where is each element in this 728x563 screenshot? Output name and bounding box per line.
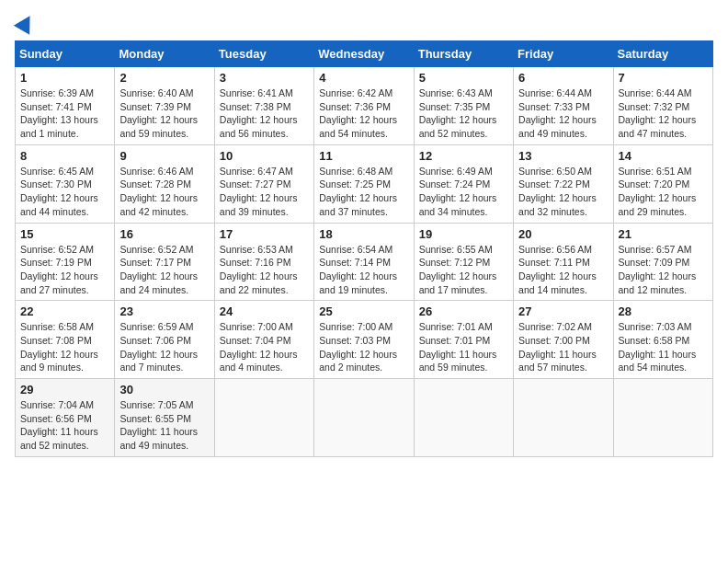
daylight-label: Daylight: 11 hours and 59 minutes. (419, 349, 497, 373)
sunrise-label: Sunrise: 6:42 AM (319, 87, 392, 98)
day-number: 11 (319, 149, 408, 163)
sunset-label: Sunset: 7:27 PM (220, 178, 291, 190)
calendar-cell: 8 Sunrise: 6:45 AM Sunset: 7:30 PM Dayli… (16, 144, 115, 223)
day-number: 24 (220, 304, 309, 318)
sunset-label: Sunset: 7:04 PM (220, 335, 291, 346)
page-header (15, 15, 713, 31)
calendar-cell: 21 Sunrise: 6:57 AM Sunset: 7:09 PM Dayl… (613, 223, 712, 301)
sunset-label: Sunset: 7:32 PM (619, 101, 690, 112)
daylight-label: Daylight: 12 hours and 56 minutes. (220, 114, 298, 139)
day-number: 2 (119, 71, 209, 85)
sunrise-label: Sunrise: 6:55 AM (419, 244, 493, 255)
daylight-label: Daylight: 12 hours and 52 minutes. (419, 114, 497, 139)
sunset-label: Sunset: 7:33 PM (518, 101, 590, 112)
day-info: Sunrise: 6:58 AM Sunset: 7:08 PM Dayligh… (20, 320, 109, 374)
col-header-wednesday: Wednesday (314, 41, 414, 67)
day-info: Sunrise: 6:57 AM Sunset: 7:09 PM Dayligh… (619, 243, 708, 297)
sunset-label: Sunset: 7:09 PM (619, 257, 690, 268)
daylight-label: Daylight: 12 hours and 14 minutes. (518, 270, 597, 295)
sunset-label: Sunset: 7:39 PM (119, 101, 191, 112)
calendar-cell: 17 Sunrise: 6:53 AM Sunset: 7:16 PM Dayl… (214, 223, 313, 301)
sunset-label: Sunset: 7:36 PM (319, 101, 391, 112)
sunset-label: Sunset: 7:19 PM (20, 257, 92, 268)
col-header-thursday: Thursday (414, 41, 513, 67)
calendar-cell: 24 Sunrise: 7:00 AM Sunset: 7:04 PM Dayl… (214, 301, 313, 379)
daylight-label: Daylight: 12 hours and 47 minutes. (619, 114, 697, 139)
day-info: Sunrise: 7:00 AM Sunset: 7:03 PM Dayligh… (319, 320, 408, 374)
sunrise-label: Sunrise: 6:49 AM (419, 166, 493, 177)
calendar-cell: 14 Sunrise: 6:51 AM Sunset: 7:20 PM Dayl… (613, 144, 712, 223)
day-number: 8 (20, 149, 109, 163)
sunrise-label: Sunrise: 7:00 AM (319, 321, 392, 332)
sunrise-label: Sunrise: 6:43 AM (419, 87, 493, 98)
daylight-label: Daylight: 12 hours and 17 minutes. (419, 270, 497, 295)
sunset-label: Sunset: 7:25 PM (319, 178, 391, 190)
sunrise-label: Sunrise: 6:40 AM (119, 87, 193, 98)
day-info: Sunrise: 6:39 AM Sunset: 7:41 PM Dayligh… (20, 86, 109, 141)
daylight-label: Daylight: 12 hours and 39 minutes. (220, 192, 298, 217)
daylight-label: Daylight: 12 hours and 37 minutes. (319, 192, 397, 217)
calendar-table: SundayMondayTuesdayWednesdayThursdayFrid… (15, 40, 713, 457)
day-number: 16 (119, 227, 209, 241)
col-header-monday: Monday (115, 41, 214, 67)
calendar-cell: 25 Sunrise: 7:00 AM Sunset: 7:03 PM Dayl… (314, 301, 414, 379)
sunset-label: Sunset: 7:30 PM (20, 178, 92, 190)
daylight-label: Daylight: 12 hours and 9 minutes. (20, 349, 98, 373)
calendar-cell: 12 Sunrise: 6:49 AM Sunset: 7:24 PM Dayl… (414, 144, 513, 223)
sunrise-label: Sunrise: 6:52 AM (20, 244, 94, 255)
day-info: Sunrise: 6:50 AM Sunset: 7:22 PM Dayligh… (518, 165, 608, 219)
sunrise-label: Sunrise: 6:53 AM (220, 244, 293, 255)
calendar-cell: 7 Sunrise: 6:44 AM Sunset: 7:32 PM Dayli… (613, 67, 712, 145)
logo-triangle-icon (14, 11, 38, 35)
day-info: Sunrise: 6:54 AM Sunset: 7:14 PM Dayligh… (319, 243, 408, 297)
day-info: Sunrise: 7:03 AM Sunset: 6:58 PM Dayligh… (619, 320, 708, 374)
sunset-label: Sunset: 7:38 PM (220, 101, 291, 112)
calendar-cell: 16 Sunrise: 6:52 AM Sunset: 7:17 PM Dayl… (115, 223, 214, 301)
sunset-label: Sunset: 7:01 PM (419, 335, 491, 346)
sunrise-label: Sunrise: 6:39 AM (20, 87, 94, 98)
calendar-cell: 9 Sunrise: 6:46 AM Sunset: 7:28 PM Dayli… (115, 144, 214, 223)
daylight-label: Daylight: 12 hours and 54 minutes. (319, 114, 397, 139)
sunrise-label: Sunrise: 6:54 AM (319, 244, 392, 255)
sunrise-label: Sunrise: 6:51 AM (619, 166, 692, 177)
sunset-label: Sunset: 7:00 PM (518, 335, 590, 346)
calendar-cell: 23 Sunrise: 6:59 AM Sunset: 7:06 PM Dayl… (115, 301, 214, 379)
day-info: Sunrise: 7:01 AM Sunset: 7:01 PM Dayligh… (419, 320, 508, 374)
sunrise-label: Sunrise: 6:46 AM (119, 166, 193, 177)
day-number: 18 (319, 227, 408, 241)
calendar-cell: 19 Sunrise: 6:55 AM Sunset: 7:12 PM Dayl… (414, 223, 513, 301)
sunset-label: Sunset: 7:22 PM (518, 178, 590, 190)
day-number: 12 (419, 149, 508, 163)
sunset-label: Sunset: 7:17 PM (119, 257, 191, 268)
daylight-label: Daylight: 11 hours and 49 minutes. (119, 426, 198, 451)
day-number: 23 (119, 304, 209, 318)
sunset-label: Sunset: 7:35 PM (419, 101, 491, 112)
sunrise-label: Sunrise: 7:01 AM (419, 321, 493, 332)
sunrise-label: Sunrise: 6:58 AM (20, 321, 94, 332)
day-number: 17 (220, 227, 309, 241)
daylight-label: Daylight: 12 hours and 29 minutes. (619, 192, 697, 217)
day-info: Sunrise: 6:46 AM Sunset: 7:28 PM Dayligh… (119, 165, 209, 219)
day-info: Sunrise: 6:49 AM Sunset: 7:24 PM Dayligh… (419, 165, 508, 219)
calendar-cell: 1 Sunrise: 6:39 AM Sunset: 7:41 PM Dayli… (16, 67, 115, 145)
day-number: 5 (419, 71, 508, 85)
sunrise-label: Sunrise: 7:05 AM (119, 399, 193, 410)
daylight-label: Daylight: 13 hours and 1 minute. (20, 114, 98, 139)
daylight-label: Daylight: 12 hours and 32 minutes. (518, 192, 597, 217)
daylight-label: Daylight: 12 hours and 2 minutes. (319, 349, 397, 373)
sunrise-label: Sunrise: 6:45 AM (20, 166, 94, 177)
col-header-friday: Friday (514, 41, 613, 67)
day-info: Sunrise: 6:41 AM Sunset: 7:38 PM Dayligh… (220, 86, 309, 141)
sunrise-label: Sunrise: 7:02 AM (518, 321, 592, 332)
calendar-week-row: 8 Sunrise: 6:45 AM Sunset: 7:30 PM Dayli… (16, 144, 713, 223)
calendar-cell (214, 379, 313, 457)
sunrise-label: Sunrise: 6:57 AM (619, 244, 692, 255)
sunset-label: Sunset: 6:55 PM (119, 413, 191, 424)
calendar-week-row: 15 Sunrise: 6:52 AM Sunset: 7:19 PM Dayl… (16, 223, 713, 301)
sunset-label: Sunset: 7:24 PM (419, 178, 491, 190)
day-info: Sunrise: 6:56 AM Sunset: 7:11 PM Dayligh… (518, 243, 608, 297)
sunrise-label: Sunrise: 6:50 AM (518, 166, 592, 177)
day-number: 29 (20, 383, 109, 396)
day-info: Sunrise: 6:42 AM Sunset: 7:36 PM Dayligh… (319, 86, 408, 141)
calendar-cell: 26 Sunrise: 7:01 AM Sunset: 7:01 PM Dayl… (414, 301, 513, 379)
